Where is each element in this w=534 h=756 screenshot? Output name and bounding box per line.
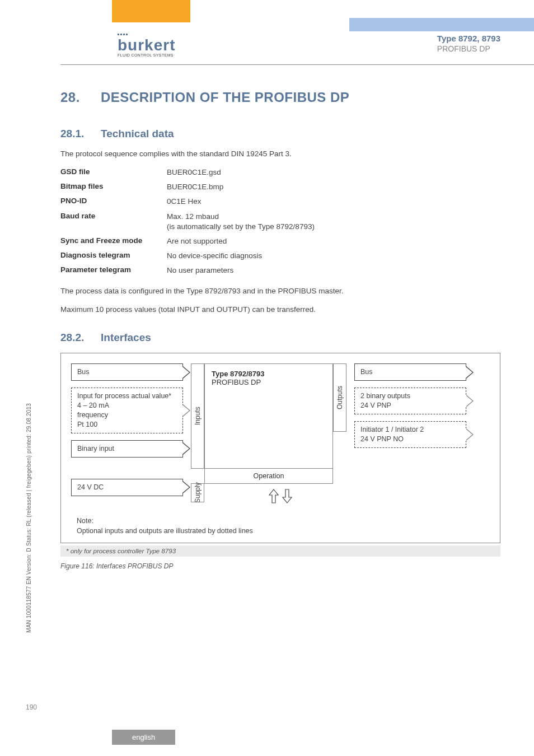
header-type: Type 8792, 8793 bbox=[437, 34, 500, 43]
tag-input-process: Input for process actual value* 4 – 20 m… bbox=[71, 388, 183, 433]
spec-label: GSD file bbox=[60, 167, 167, 178]
tag-supply-24v: 24 V DC bbox=[71, 479, 183, 496]
section-num: 28. bbox=[60, 90, 101, 105]
figure-caption: Figure 116: Interfaces PROFIBUS DP bbox=[60, 562, 500, 570]
spec-label: Diagnosis telegram bbox=[60, 251, 167, 261]
sub1-intro: The protocol sequence complies with the … bbox=[60, 149, 500, 160]
sub2-num: 28.2. bbox=[60, 332, 101, 344]
spec-row: Sync and Freeze modeAre not supported bbox=[60, 236, 500, 246]
spec-value: Are not supported bbox=[167, 236, 500, 246]
subsection-28-2: 28.2.Interfaces bbox=[60, 332, 500, 344]
tag-binary-outputs: 2 binary outputs 24 V PNP bbox=[354, 388, 466, 414]
spec-label: Parameter telegram bbox=[60, 265, 167, 276]
header-rule bbox=[60, 64, 534, 65]
tag-initiators: Initiator 1 / Initiator 2 24 V PNP NO bbox=[354, 421, 466, 448]
spec-value: 0C1E Hex bbox=[167, 197, 500, 207]
decor-orange-block bbox=[112, 0, 190, 22]
spec-row: Parameter telegramNo user parameters bbox=[60, 265, 500, 276]
language-tab: english bbox=[112, 730, 175, 745]
side-metadata: MAN 1000118577 EN Version: D Status: RL … bbox=[26, 403, 32, 633]
section-title: DESCRIPTION OF THE PROFIBUS DP bbox=[101, 90, 349, 105]
arrow-down-icon bbox=[282, 488, 293, 504]
tag-bus-left: Bus bbox=[71, 363, 183, 381]
spec-value: BUER0C1E.bmp bbox=[167, 182, 500, 192]
logo-subtext: FLUID CONTROL SYSTEMS bbox=[118, 53, 175, 57]
tag-bus-right: Bus bbox=[354, 363, 466, 381]
interfaces-diagram: Bus Input for process actual value* 4 – … bbox=[60, 353, 500, 543]
spec-label: Bitmap files bbox=[60, 182, 167, 192]
note-text: Optional inputs and outputs are illustra… bbox=[77, 527, 253, 535]
subsection-28-1: 28.1.Technical data bbox=[60, 128, 500, 140]
sub1-title: Technical data bbox=[101, 128, 174, 139]
spec-row: Baud rateMax. 12 mbaud (is automatically… bbox=[60, 212, 500, 232]
spec-value: BUER0C1E.gsd bbox=[167, 167, 500, 178]
main-content: 28.DESCRIPTION OF THE PROFIBUS DP 28.1.T… bbox=[60, 90, 500, 570]
spec-label: Baud rate bbox=[60, 212, 167, 232]
header-sub: PROFIBUS DP bbox=[437, 44, 500, 53]
arrow-up-icon bbox=[268, 488, 279, 504]
header-right: Type 8792, 8793 PROFIBUS DP bbox=[437, 34, 500, 53]
logo: burkert FLUID CONTROL SYSTEMS bbox=[118, 34, 175, 57]
section-heading: 28.DESCRIPTION OF THE PROFIBUS DP bbox=[60, 90, 500, 105]
sub1-post1: The process data is configured in the Ty… bbox=[60, 286, 500, 297]
label-supply: Supply bbox=[191, 483, 204, 502]
spec-value: Max. 12 mbaud (is automatically set by t… bbox=[167, 212, 500, 232]
spec-row: GSD fileBUER0C1E.gsd bbox=[60, 167, 500, 178]
spec-label: PNO-ID bbox=[60, 197, 167, 207]
decor-blue-block bbox=[349, 18, 534, 31]
diagram-note: Note: Optional inputs and outputs are il… bbox=[71, 514, 490, 537]
spec-table: GSD fileBUER0C1E.gsd Bitmap filesBUER0C1… bbox=[60, 167, 500, 276]
sub1-num: 28.1. bbox=[60, 128, 101, 140]
label-outputs: Outputs bbox=[333, 363, 346, 432]
mid-title: Type 8792/8793 bbox=[212, 370, 326, 378]
sub1-post2: Maximum 10 process values (total INPUT a… bbox=[60, 305, 500, 315]
spec-row: Diagnosis telegramNo device-specific dia… bbox=[60, 251, 500, 261]
logo-text: burkert bbox=[118, 36, 175, 54]
spec-value: No user parameters bbox=[167, 265, 500, 276]
note-label: Note: bbox=[77, 517, 93, 525]
spec-label: Sync and Freeze mode bbox=[60, 236, 167, 246]
diagram-center-box: Type 8792/8793 PROFIBUS DP bbox=[204, 363, 333, 469]
tag-binary-input: Binary input bbox=[71, 440, 183, 458]
page-number: 190 bbox=[26, 703, 37, 711]
operation-box: Operation bbox=[204, 469, 333, 484]
spec-value: No device-specific diagnosis bbox=[167, 251, 500, 261]
sub2-title: Interfaces bbox=[101, 332, 151, 343]
diagram-footnote: * only for process controller Type 8793 bbox=[60, 545, 500, 557]
mid-sub: PROFIBUS DP bbox=[212, 378, 326, 386]
spec-row: Bitmap filesBUER0C1E.bmp bbox=[60, 182, 500, 192]
label-inputs: Inputs bbox=[191, 363, 204, 469]
spec-row: PNO-ID0C1E Hex bbox=[60, 197, 500, 207]
